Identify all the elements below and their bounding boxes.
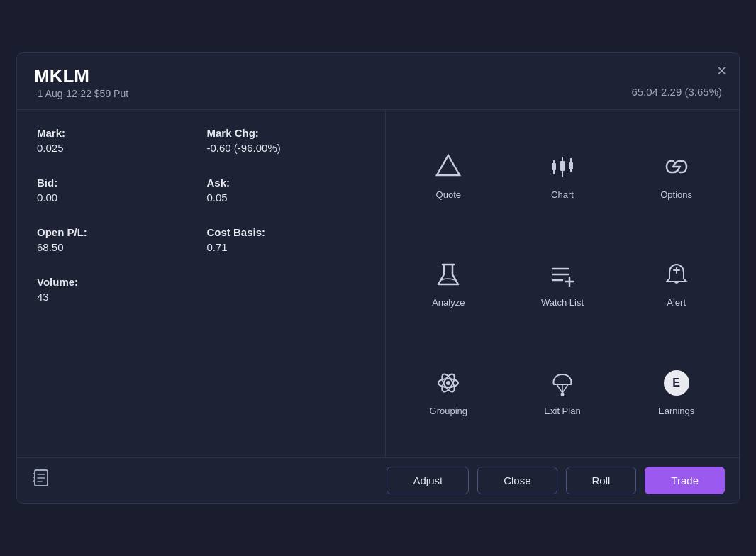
svg-rect-4 — [560, 161, 565, 171]
adjust-button[interactable]: Adjust — [387, 467, 469, 494]
close-position-button[interactable]: Close — [477, 467, 557, 494]
earnings-circle: E — [664, 370, 689, 396]
exitplan-label: Exit Plan — [544, 406, 580, 416]
notebook-button[interactable] — [31, 468, 51, 492]
stat-cost-basis: Cost Basis: 0.71 — [207, 226, 366, 253]
exitplan-icon — [547, 367, 578, 399]
footer-buttons: Adjust Close Roll Trade — [387, 467, 725, 494]
stat-open-pl-value: 68.50 — [37, 241, 196, 253]
alert-icon — [661, 259, 692, 290]
svg-line-22 — [562, 384, 568, 393]
stat-open-pl: Open P/L: 68.50 — [37, 226, 196, 253]
stat-mark-chg-value: -0.60 (-96.00%) — [207, 142, 366, 154]
earnings-icon: E — [661, 367, 692, 399]
chart-label: Chart — [551, 189, 574, 200]
stats-panel: Mark: 0.025 Mark Chg: -0.60 (-96.00%) Bi… — [17, 110, 386, 457]
options-label: Options — [660, 189, 692, 200]
quote-icon — [433, 151, 464, 182]
grouping-icon — [433, 367, 464, 399]
svg-point-23 — [560, 392, 564, 396]
stat-cost-basis-label: Cost Basis: — [207, 226, 366, 238]
chart-button[interactable]: Chart — [506, 121, 620, 230]
stat-mark-value: 0.025 — [37, 142, 196, 154]
footer-left — [31, 468, 51, 492]
stat-mark-label: Mark: — [37, 127, 196, 139]
quote-label: Quote — [436, 189, 461, 200]
chart-icon — [547, 151, 578, 182]
watchlist-label: Watch List — [541, 297, 584, 308]
stat-bid: Bid: 0.00 — [37, 177, 196, 204]
exitplan-button[interactable]: Exit Plan — [506, 338, 620, 446]
actions-panel: Quote Chart — [386, 110, 739, 457]
grouping-label: Grouping — [430, 406, 467, 416]
options-button[interactable]: Options — [619, 121, 733, 230]
svg-rect-6 — [569, 162, 573, 169]
stat-cost-basis-value: 0.71 — [207, 241, 366, 253]
earnings-label: Earnings — [658, 406, 694, 416]
stat-mark-chg-label: Mark Chg: — [207, 127, 366, 139]
modal-body: Mark: 0.025 Mark Chg: -0.60 (-96.00%) Bi… — [17, 110, 739, 457]
watchlist-button[interactable]: Watch List — [506, 229, 620, 338]
stat-volume-label: Volume: — [37, 276, 196, 288]
stat-ask: Ask: 0.05 — [207, 177, 366, 204]
stat-mark-chg: Mark Chg: -0.60 (-96.00%) — [207, 127, 366, 154]
stat-open-pl-label: Open P/L: — [37, 226, 196, 238]
stat-bid-value: 0.00 — [37, 191, 196, 204]
analyze-icon — [433, 259, 464, 290]
analyze-button[interactable]: Analyze — [391, 229, 506, 338]
trade-button[interactable]: Trade — [645, 467, 725, 494]
earnings-button[interactable]: E Earnings — [619, 338, 733, 446]
header-right: 65.04 2.29 (3.65%) — [631, 66, 722, 98]
watchlist-icon — [547, 259, 578, 290]
stat-bid-label: Bid: — [37, 177, 196, 189]
svg-marker-0 — [437, 155, 460, 175]
svg-rect-2 — [552, 163, 556, 170]
stock-symbol: MKLM — [34, 66, 128, 87]
stat-ask-value: 0.05 — [207, 191, 366, 204]
position-modal: MKLM -1 Aug-12-22 $59 Put 65.04 2.29 (3.… — [16, 52, 740, 504]
stat-mark: Mark: 0.025 — [37, 127, 196, 154]
alert-label: Alert — [667, 297, 686, 308]
options-icon — [661, 151, 692, 182]
price-info: 65.04 2.29 (3.65%) — [631, 86, 722, 98]
svg-line-20 — [557, 384, 562, 393]
modal-header: MKLM -1 Aug-12-22 $59 Put 65.04 2.29 (3.… — [17, 53, 739, 110]
close-modal-button[interactable]: × — [717, 63, 726, 79]
stat-volume: Volume: 43 — [37, 276, 196, 303]
grouping-button[interactable]: Grouping — [391, 338, 506, 446]
position-description: -1 Aug-12-22 $59 Put — [34, 88, 128, 99]
stat-volume-value: 43 — [37, 291, 196, 303]
stat-ask-label: Ask: — [207, 177, 366, 189]
svg-point-19 — [446, 381, 450, 385]
roll-button[interactable]: Roll — [566, 467, 637, 494]
analyze-label: Analyze — [432, 297, 465, 308]
stats-grid: Mark: 0.025 Mark Chg: -0.60 (-96.00%) Bi… — [37, 127, 365, 303]
alert-button[interactable]: Alert — [619, 229, 733, 338]
quote-button[interactable]: Quote — [391, 121, 506, 230]
modal-footer: Adjust Close Roll Trade — [17, 457, 739, 503]
header-left: MKLM -1 Aug-12-22 $59 Put — [34, 66, 128, 99]
